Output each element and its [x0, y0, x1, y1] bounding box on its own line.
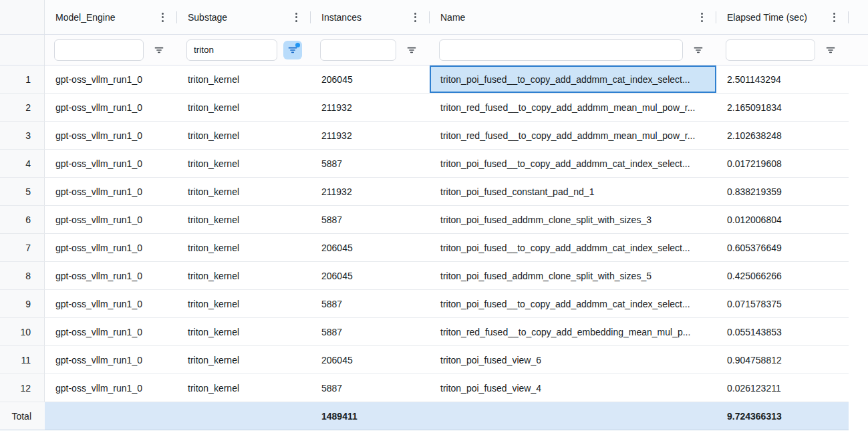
cell-elapsed-time[interactable]: 0.055143853 — [716, 318, 849, 345]
column-menu-icon[interactable] — [154, 9, 170, 25]
cell-substage[interactable]: triton_kernel — [177, 178, 311, 205]
total-cell-model-engine — [45, 402, 177, 430]
cell-model-engine[interactable]: gpt-oss_vllm_run1_0 — [45, 374, 177, 402]
table-row: 5 gpt-oss_vllm_run1_0 triton_kernel 2119… — [0, 178, 849, 206]
filter-icon — [406, 45, 417, 55]
filter-input-name[interactable] — [439, 39, 683, 61]
column-menu-icon[interactable] — [694, 9, 710, 25]
filter-input-model-engine[interactable] — [54, 39, 144, 61]
cell-name[interactable]: triton_poi_fused__to_copy_add_addmm_cat_… — [430, 150, 716, 177]
cell-elapsed-time[interactable]: 0.017219608 — [716, 150, 849, 177]
column-label: Model_Engine — [55, 12, 154, 23]
cell-model-engine[interactable]: gpt-oss_vllm_run1_0 — [45, 290, 177, 317]
column-header-name[interactable]: Name — [430, 0, 716, 34]
filter-input-elapsed-time[interactable] — [726, 39, 815, 61]
cell-instances[interactable]: 211932 — [311, 122, 430, 149]
cell-model-engine[interactable]: gpt-oss_vllm_run1_0 — [45, 122, 177, 149]
cell-substage[interactable]: triton_kernel — [177, 65, 311, 93]
row-number: 9 — [0, 290, 45, 317]
filter-cell-substage — [177, 35, 311, 65]
cell-substage[interactable]: triton_kernel — [177, 318, 311, 345]
cell-name[interactable]: triton_red_fused__to_copy_add_embedding_… — [430, 318, 716, 345]
total-row-label: Total — [0, 402, 45, 430]
filter-icon — [154, 45, 164, 55]
filter-button-elapsed-time[interactable] — [821, 41, 840, 59]
filter-input-instances[interactable] — [320, 39, 396, 61]
filter-button-instances[interactable] — [402, 41, 421, 59]
cell-substage[interactable]: triton_kernel — [177, 94, 311, 121]
row-number: 8 — [0, 262, 45, 289]
cell-substage[interactable]: triton_kernel — [177, 346, 311, 374]
cell-instances[interactable]: 5887 — [311, 206, 430, 233]
cell-name[interactable]: triton_poi_fused_view_4 — [430, 374, 716, 402]
grid-filter-row — [0, 35, 868, 65]
cell-substage[interactable]: triton_kernel — [177, 150, 311, 177]
cell-substage[interactable]: triton_kernel — [177, 122, 311, 149]
filter-button-name[interactable] — [689, 41, 708, 59]
table-row: 4 gpt-oss_vllm_run1_0 triton_kernel 5887… — [0, 150, 849, 178]
cell-elapsed-time[interactable]: 2.501143294 — [716, 65, 849, 93]
cell-instances[interactable]: 5887 — [311, 150, 430, 177]
cell-elapsed-time[interactable]: 0.904758812 — [716, 346, 849, 374]
table-row: 6 gpt-oss_vllm_run1_0 triton_kernel 5887… — [0, 206, 849, 234]
cell-elapsed-time[interactable]: 0.425066266 — [716, 262, 849, 289]
cell-elapsed-time[interactable]: 0.026123211 — [716, 374, 849, 402]
cell-name[interactable]: triton_poi_fused_view_6 — [430, 346, 716, 374]
cell-instances[interactable]: 5887 — [311, 290, 430, 317]
column-menu-icon[interactable] — [826, 9, 842, 25]
cell-model-engine[interactable]: gpt-oss_vllm_run1_0 — [45, 262, 177, 289]
filter-cell-instances — [311, 35, 430, 65]
cell-instances[interactable]: 206045 — [311, 234, 430, 261]
cell-model-engine[interactable]: gpt-oss_vllm_run1_0 — [45, 178, 177, 205]
table-row: 8 gpt-oss_vllm_run1_0 triton_kernel 2060… — [0, 262, 849, 290]
cell-model-engine[interactable]: gpt-oss_vllm_run1_0 — [45, 65, 177, 93]
column-menu-icon[interactable] — [288, 9, 304, 25]
column-header-elapsed-time[interactable]: Elapsed Time (sec) — [716, 0, 849, 34]
cell-instances[interactable]: 5887 — [311, 374, 430, 402]
cell-name[interactable]: triton_poi_fused__to_copy_add_addmm_cat_… — [430, 290, 716, 317]
filter-button-model-engine[interactable] — [150, 41, 168, 59]
cell-instances[interactable]: 5887 — [311, 318, 430, 345]
cell-substage[interactable]: triton_kernel — [177, 374, 311, 402]
cell-name[interactable]: triton_red_fused__to_copy_add_addmm_mean… — [430, 122, 716, 149]
cell-instances[interactable]: 211932 — [311, 94, 430, 121]
column-label: Substage — [188, 12, 288, 23]
column-menu-icon[interactable] — [407, 9, 423, 25]
cell-substage[interactable]: triton_kernel — [177, 262, 311, 289]
cell-instances[interactable]: 206045 — [311, 262, 430, 289]
cell-name[interactable]: triton_red_fused__to_copy_add_addmm_mean… — [430, 94, 716, 121]
cell-model-engine[interactable]: gpt-oss_vllm_run1_0 — [45, 150, 177, 177]
cell-elapsed-time[interactable]: 2.165091834 — [716, 94, 849, 121]
filter-icon — [693, 45, 704, 55]
cell-name[interactable]: triton_poi_fused_addmm_clone_split_with_… — [430, 262, 716, 289]
column-header-model-engine[interactable]: Model_Engine — [45, 0, 177, 34]
cell-name[interactable]: triton_poi_fused_addmm_clone_split_with_… — [430, 206, 716, 233]
cell-model-engine[interactable]: gpt-oss_vllm_run1_0 — [45, 318, 177, 345]
cell-model-engine[interactable]: gpt-oss_vllm_run1_0 — [45, 234, 177, 261]
cell-elapsed-time[interactable]: 0.838219359 — [716, 178, 849, 205]
table-row: 11 gpt-oss_vllm_run1_0 triton_kernel 206… — [0, 346, 849, 374]
cell-elapsed-time[interactable]: 0.605376649 — [716, 234, 849, 261]
cell-substage[interactable]: triton_kernel — [177, 206, 311, 233]
cell-model-engine[interactable]: gpt-oss_vllm_run1_0 — [45, 94, 177, 121]
cell-substage[interactable]: triton_kernel — [177, 234, 311, 261]
cell-model-engine[interactable]: gpt-oss_vllm_run1_0 — [45, 346, 177, 374]
cell-instances[interactable]: 211932 — [311, 178, 430, 205]
cell-name[interactable]: triton_poi_fused__to_copy_add_addmm_cat_… — [430, 65, 716, 93]
data-grid-page: Model_Engine Substage Instances Name Ela… — [0, 0, 868, 443]
cell-elapsed-time[interactable]: 0.071578375 — [716, 290, 849, 317]
cell-instances[interactable]: 206045 — [311, 346, 430, 374]
cell-name[interactable]: triton_poi_fused__to_copy_add_addmm_cat_… — [430, 234, 716, 261]
cell-instances[interactable]: 206045 — [311, 65, 430, 93]
cell-elapsed-time[interactable]: 0.012006804 — [716, 206, 849, 233]
column-header-substage[interactable]: Substage — [177, 0, 311, 34]
column-header-instances[interactable]: Instances — [311, 0, 430, 34]
filter-input-substage[interactable] — [186, 39, 277, 61]
row-number: 10 — [0, 318, 45, 345]
cell-elapsed-time[interactable]: 2.102638248 — [716, 122, 849, 149]
cell-model-engine[interactable]: gpt-oss_vllm_run1_0 — [45, 206, 177, 233]
filter-button-substage[interactable] — [283, 41, 302, 59]
filter-icon — [825, 45, 836, 55]
cell-name[interactable]: triton_poi_fused_constant_pad_nd_1 — [430, 178, 716, 205]
cell-substage[interactable]: triton_kernel — [177, 290, 311, 317]
